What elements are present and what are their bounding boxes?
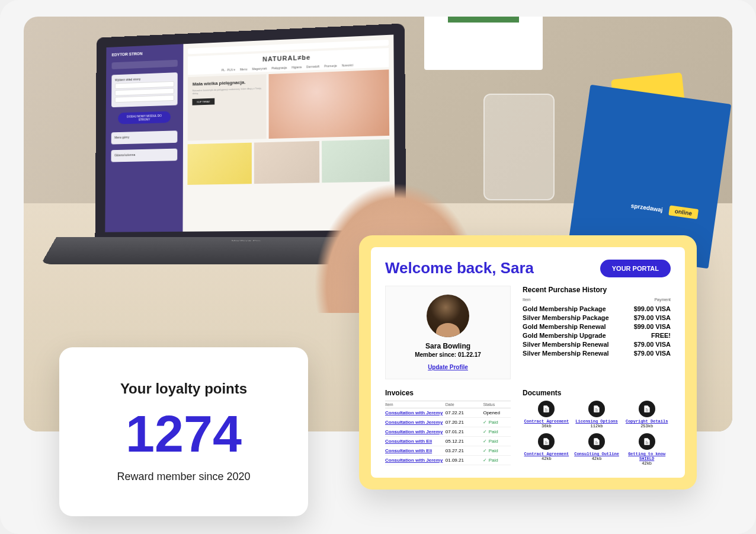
laptop-brand: MacBook Pro (232, 239, 261, 242)
file-icon (588, 401, 605, 417)
document-item[interactable]: Getting to know SHIELD42kb (623, 433, 671, 466)
document-name-link[interactable]: Consulting Outline (574, 452, 619, 456)
sidebar-dropdown[interactable] (112, 60, 178, 69)
history-item: Silver Membership Renewal (523, 350, 609, 357)
invoice-date: 07.22.21 (446, 410, 483, 415)
welcome-title: Welcome back, Sara (385, 259, 534, 277)
nav-item[interactable]: Dermaloft (306, 65, 319, 69)
history-item: Gold Membership Upgrade (523, 332, 606, 339)
invoice-item-link[interactable]: Consultation with Jeremy (385, 410, 446, 415)
inv-head-date: Date (446, 402, 483, 407)
document-size: 42kb (642, 461, 652, 466)
nav-item[interactable]: Promocje (324, 64, 337, 68)
inv-head-status: Status (483, 402, 511, 407)
history-item: Silver Membership Renewal (523, 341, 609, 348)
history-payment: $99.00 VISA (634, 323, 671, 330)
purchase-history: Recent Purchase History Item Payment Gol… (523, 286, 671, 379)
sidebar-section: Wybierz układ strony (111, 72, 178, 107)
nav-item[interactable]: Menu (240, 68, 247, 71)
hero-subtitle: Naturalne kosmetyki do pielęgnacji codzi… (193, 87, 262, 95)
nav-item[interactable]: Pielęgnacja (271, 66, 287, 70)
document-size: 36kb (542, 424, 552, 429)
product-thumb[interactable] (254, 141, 320, 184)
hero-text: Mała wielka pielęgnacja. Naturalne kosme… (188, 74, 267, 140)
invoice-status: Paid (483, 439, 511, 444)
document-name-link[interactable]: Licensing Options (575, 419, 617, 424)
loyalty-points-value: 1274 (126, 405, 242, 463)
add-module-button[interactable]: DODAJ NOWY MODUŁ DO STRONY (118, 111, 171, 124)
history-item: Gold Membership Renewal (523, 323, 606, 330)
modules-section: Menu górny (111, 130, 178, 144)
file-icon (538, 433, 555, 450)
file-icon (639, 401, 655, 417)
update-profile-link[interactable]: Update Profile (428, 364, 468, 370)
history-payment: $79.00 VISA (634, 350, 671, 357)
document-item[interactable]: Licensing Options112kb (573, 401, 621, 429)
invoice-status: Paid (483, 429, 511, 434)
canvas: sprzedawaj online EDYTOR STRON Wybierz u… (0, 0, 756, 534)
module-menu[interactable]: Menu górny (114, 134, 174, 139)
nav-item[interactable]: Nowości (342, 63, 353, 68)
invoice-date: 07.01.21 (446, 429, 483, 434)
invoice-item-link[interactable]: Consultation with Eli (385, 448, 446, 453)
water-glass (483, 94, 555, 200)
hero-image (269, 69, 389, 139)
document-name-link[interactable]: Copyright Details (626, 419, 668, 424)
product-thumb[interactable] (188, 143, 252, 185)
nav-item[interactable]: Higiena (291, 65, 302, 69)
nav-item[interactable]: Magazynek (252, 66, 267, 71)
file-icon (639, 433, 655, 450)
history-row: Gold Membership Package$99.00 VISA (523, 304, 671, 313)
documents-panel: Documents Contract Agreement36kbLicensin… (523, 389, 671, 466)
invoice-status: Paid (483, 420, 511, 425)
document-size: 42kb (542, 456, 552, 461)
invoice-row: Consultation with Jeremy07.20.21Paid (385, 418, 511, 427)
document-name-link[interactable]: Contract Agreement (524, 452, 569, 456)
invoice-date: 03.27.21 (446, 448, 483, 453)
profile-since: Member since: 01.22.17 (415, 351, 481, 358)
layout-label: Wybierz układ strony (115, 76, 174, 82)
history-payment: FREE! (651, 332, 671, 339)
document-size: 42kb (592, 456, 602, 461)
document-item[interactable]: Copyright Details253kb (623, 401, 671, 429)
invoice-item-link[interactable]: Consultation with Jeremy (385, 420, 446, 425)
invoice-item-link[interactable]: Consultation with Jeremy (385, 429, 446, 434)
document-item[interactable]: Contract Agreement36kb (523, 401, 571, 429)
history-item: Silver Membership Package (523, 314, 609, 321)
product-thumb[interactable] (322, 139, 389, 183)
inv-head-item: Item (385, 402, 446, 407)
invoice-status: Opened (483, 410, 511, 415)
hero-section: Mała wielka pielęgnacja. Naturalne kosme… (188, 69, 389, 140)
invoices-title: Invoices (385, 389, 511, 397)
portal-row-top: Sara Bowling Member since: 01.22.17 Upda… (385, 286, 671, 379)
invoices-panel: Invoices Item Date Status Consultation w… (385, 389, 511, 466)
invoice-row: Consultation with Jeremy07.01.21Paid (385, 427, 511, 437)
loyalty-title: Your loyalty points (120, 380, 247, 397)
hero-title: Mała wielka pielęgnacja. (193, 79, 262, 87)
invoice-row: Consultation with Eli05.12.21Paid (385, 437, 511, 446)
invoice-row: Consultation with Jeremy07.22.21Opened (385, 408, 511, 418)
history-row: Gold Membership Renewal$99.00 VISA (523, 322, 671, 331)
document-item[interactable]: Contract Agreement42kb (523, 433, 571, 466)
document-size: 112kb (591, 424, 603, 429)
invoice-item-link[interactable]: Consultation with Jeremy (385, 458, 446, 463)
invoice-date: 07.20.21 (446, 420, 483, 425)
history-item: Gold Membership Package (523, 305, 606, 312)
module-column[interactable]: Główna kolumna (114, 152, 174, 157)
layout-option[interactable] (115, 95, 174, 103)
nav-lang[interactable]: PL · PLN ▾ (222, 68, 236, 72)
brochure-label: sprzedawaj (630, 202, 663, 213)
brochure-tag: online (668, 205, 699, 219)
history-head-item: Item (523, 298, 531, 302)
document-name-link[interactable]: Contract Agreement (524, 419, 569, 424)
invoice-item-link[interactable]: Consultation with Eli (385, 439, 446, 444)
history-row: Silver Membership Package$79.00 VISA (523, 313, 671, 322)
hero-cta-button[interactable]: KUP TERAZ (193, 98, 214, 105)
invoices-rows: Consultation with Jeremy07.22.21OpenedCo… (385, 408, 511, 465)
history-payment: $79.00 VISA (634, 341, 671, 348)
your-portal-button[interactable]: YOUR PORTAL (600, 260, 671, 277)
profile-name: Sara Bowling (425, 342, 470, 350)
product-thumbs (188, 139, 390, 185)
document-item[interactable]: Consulting Outline42kb (573, 433, 621, 466)
document-name-link[interactable]: Getting to know SHIELD (623, 452, 671, 461)
